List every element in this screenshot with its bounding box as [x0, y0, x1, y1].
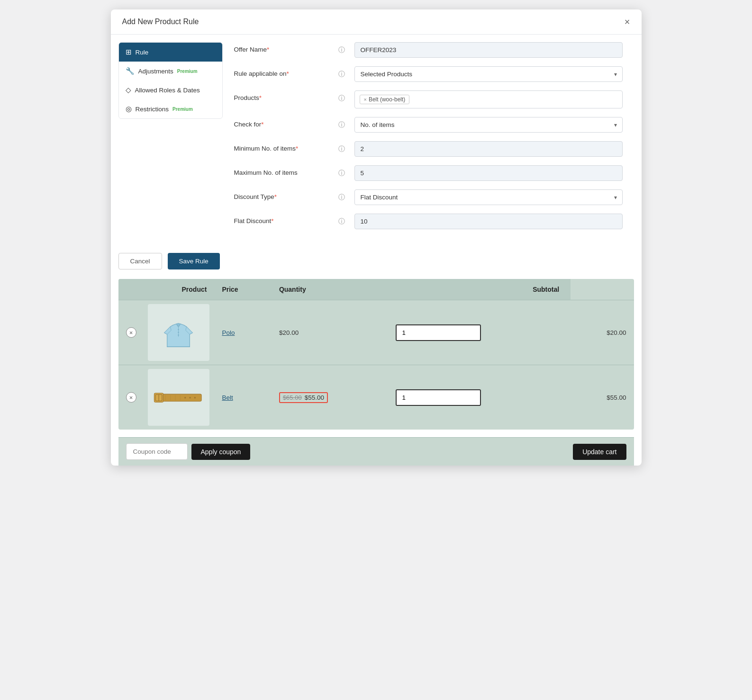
belt-subtotal-cell: $55.00: [571, 365, 634, 430]
belt-price-highlight-box: $65.00 $55.00: [279, 392, 328, 403]
discount-type-label: Discount Type*: [234, 189, 334, 200]
modal-body: ⊞ Rule 🔧 Adjustments Premium ◇ Allowed R…: [111, 35, 642, 245]
restrictions-premium-badge: Premium: [172, 107, 193, 112]
svg-point-3: [178, 334, 179, 336]
check-for-info-icon[interactable]: ⓘ: [338, 117, 350, 129]
sidebar-item-restrictions-label: Restrictions: [136, 106, 169, 113]
check-for-select[interactable]: No. of items Subtotal: [354, 117, 623, 133]
products-row: Products* ⓘ × Belt (woo-belt): [234, 90, 623, 108]
polo-price-cell: $20.00: [272, 300, 388, 365]
products-input-wrap: × Belt (woo-belt): [354, 90, 623, 108]
adjustments-premium-badge: Premium: [177, 69, 198, 74]
max-items-input-wrap: [354, 165, 623, 181]
col-header-quantity: Quantity: [272, 279, 388, 300]
sidebar-item-adjustments-label: Adjustments: [138, 68, 173, 75]
modal-container: Add New Product Rule × ⊞ Rule 🔧 Adjustme…: [111, 9, 642, 466]
offer-name-info-icon[interactable]: ⓘ: [338, 42, 350, 54]
max-items-input[interactable]: [354, 165, 623, 181]
cart-row-polo: ×: [118, 300, 634, 365]
polo-price: $20.00: [279, 329, 299, 336]
adjustments-icon: 🔧: [126, 67, 135, 75]
min-items-info-icon[interactable]: ⓘ: [338, 141, 350, 153]
min-items-input[interactable]: [354, 141, 623, 157]
modal-header: Add New Product Rule ×: [111, 9, 642, 35]
svg-point-1: [178, 329, 179, 330]
products-info-icon[interactable]: ⓘ: [338, 90, 350, 103]
cart-table: Product Price Quantity Subtotal ×: [118, 279, 634, 430]
sidebar-item-rule[interactable]: ⊞ Rule: [119, 43, 222, 62]
sidebar: ⊞ Rule 🔧 Adjustments Premium ◇ Allowed R…: [118, 42, 223, 119]
cart-section: Product Price Quantity Subtotal ×: [118, 279, 634, 430]
apply-coupon-button[interactable]: Apply coupon: [191, 444, 251, 460]
update-cart-button[interactable]: Update cart: [573, 444, 626, 460]
tag-close-belt[interactable]: ×: [364, 97, 367, 102]
discount-type-row: Discount Type* ⓘ Flat Discount Percentag…: [234, 189, 623, 205]
svg-point-10: [194, 397, 195, 398]
cart-table-header-row: Product Price Quantity Subtotal: [118, 279, 634, 300]
sidebar-item-adjustments[interactable]: 🔧 Adjustments Premium: [119, 62, 222, 81]
rule-applicable-row: Rule applicable on* ⓘ Selected Products …: [234, 66, 623, 82]
rule-applicable-select-wrap: Selected Products All Products Selected …: [354, 66, 623, 82]
action-buttons-row: Cancel Save Rule: [111, 245, 642, 279]
col-header-price: Price: [214, 279, 272, 300]
coupon-left: Apply coupon: [126, 443, 251, 460]
cancel-button[interactable]: Cancel: [118, 253, 162, 269]
polo-product-link[interactable]: Polo: [222, 329, 235, 336]
flat-discount-row: Flat Discount* ⓘ: [234, 214, 623, 229]
product-tag-belt-label: Belt (woo-belt): [369, 96, 405, 103]
col-header-subtotal: Subtotal: [388, 279, 571, 300]
coupon-code-input[interactable]: [126, 443, 188, 460]
products-label: Products*: [234, 90, 334, 101]
sidebar-item-allowed-roles-label: Allowed Roles & Dates: [135, 87, 200, 94]
product-tag-belt: × Belt (woo-belt): [360, 95, 410, 104]
sidebar-item-allowed-roles[interactable]: ◇ Allowed Roles & Dates: [119, 81, 222, 99]
allowed-roles-icon: ◇: [126, 86, 131, 94]
flat-discount-info-icon[interactable]: ⓘ: [338, 214, 350, 226]
save-rule-button[interactable]: Save Rule: [168, 253, 220, 269]
polo-qty-cell: [388, 300, 571, 365]
polo-image-cell: [144, 300, 215, 365]
rule-applicable-label: Rule applicable on*: [234, 66, 334, 77]
svg-point-9: [189, 397, 190, 398]
rule-applicable-info-icon[interactable]: ⓘ: [338, 66, 350, 79]
polo-name-cell: Polo: [214, 300, 272, 365]
belt-qty-input[interactable]: [396, 389, 481, 406]
restrictions-icon: ◎: [126, 105, 132, 113]
form-area: Offer Name* ⓘ Rule applicable on* ⓘ Sele…: [223, 42, 634, 238]
svg-point-8: [184, 397, 186, 398]
products-tags-container[interactable]: × Belt (woo-belt): [354, 90, 623, 108]
polo-remove-button[interactable]: ×: [126, 327, 136, 338]
flat-discount-input-wrap: [354, 214, 623, 229]
discount-type-select[interactable]: Flat Discount Percentage Discount: [354, 189, 623, 205]
cart-row-belt: ×: [118, 365, 634, 430]
discount-type-select-wrap: Flat Discount Percentage Discount ▾: [354, 189, 623, 205]
col-header-product: Product: [144, 279, 215, 300]
check-for-select-wrap: No. of items Subtotal ▾: [354, 117, 623, 133]
polo-subtotal-cell: $20.00: [571, 300, 634, 365]
rule-applicable-select[interactable]: Selected Products All Products Selected …: [354, 66, 623, 82]
polo-image: [158, 313, 199, 353]
belt-product-link[interactable]: Belt: [222, 394, 233, 401]
svg-point-2: [178, 332, 179, 333]
rule-icon: ⊞: [126, 48, 132, 56]
polo-remove-cell: ×: [118, 300, 144, 365]
close-button[interactable]: ×: [625, 17, 630, 27]
polo-image-box: [148, 304, 209, 361]
belt-price-cell: $65.00 $55.00: [272, 365, 388, 430]
min-items-input-wrap: [354, 141, 623, 157]
belt-image-cell: [144, 365, 215, 430]
flat-discount-input[interactable]: [354, 214, 623, 229]
sidebar-item-restrictions[interactable]: ◎ Restrictions Premium: [119, 99, 222, 118]
max-items-info-icon[interactable]: ⓘ: [338, 165, 350, 178]
discount-type-info-icon[interactable]: ⓘ: [338, 189, 350, 202]
max-items-row: Maximum No. of items ⓘ: [234, 165, 623, 181]
belt-name-cell: Belt: [214, 365, 272, 430]
sidebar-item-rule-label: Rule: [136, 49, 149, 56]
min-items-label: Minimum No. of items*: [234, 141, 334, 152]
belt-remove-button[interactable]: ×: [126, 392, 136, 403]
offer-name-input[interactable]: [354, 42, 623, 58]
offer-name-label: Offer Name*: [234, 42, 334, 53]
modal-title: Add New Product Rule: [122, 18, 199, 26]
polo-qty-input[interactable]: [396, 324, 481, 341]
belt-discounted-price: $55.00: [305, 394, 324, 401]
